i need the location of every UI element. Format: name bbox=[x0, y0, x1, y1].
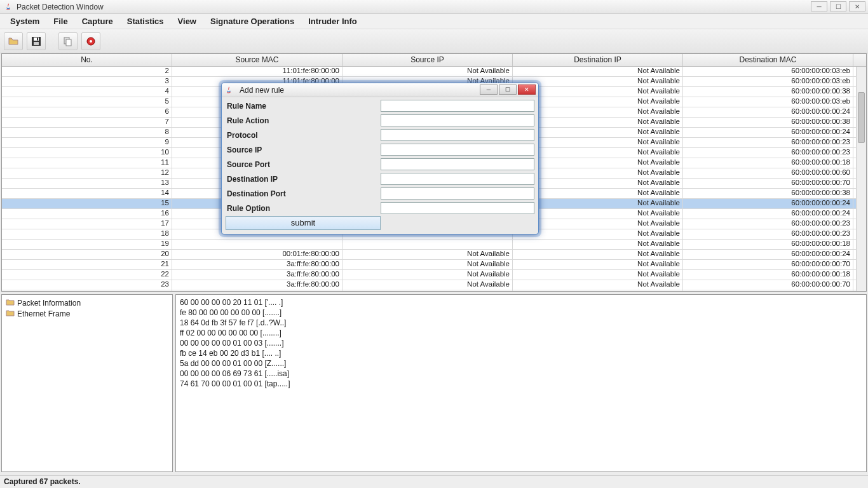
svg-rect-3 bbox=[37, 37, 38, 40]
form-row: Rule Option bbox=[226, 201, 534, 215]
table-row[interactable]: 213a:ff:fe:80:00:00Not AvailableNot Avai… bbox=[2, 260, 866, 270]
menu-intruder-info[interactable]: Intruder Info bbox=[302, 15, 363, 28]
cell: 60:00:00:00:00:23 bbox=[683, 229, 853, 239]
save-button[interactable] bbox=[27, 32, 46, 50]
close-button[interactable]: ✕ bbox=[849, 1, 865, 11]
col-no[interactable]: No. bbox=[2, 54, 172, 66]
cell: Not Available bbox=[342, 290, 513, 291]
hex-pane[interactable]: 60 00 00 00 00 20 11 01 ['.... .] fe 80 … bbox=[175, 294, 867, 472]
table-row[interactable]: 233a:ff:fe:80:00:00Not AvailableNot Avai… bbox=[2, 280, 866, 290]
cell: 60:00:00:00:00:18 bbox=[683, 270, 853, 280]
cell: Not Available bbox=[342, 260, 513, 269]
table-row[interactable]: 19Not Available60:00:00:00:00:18 bbox=[2, 240, 866, 250]
menu-statistics[interactable]: Statistics bbox=[121, 15, 170, 28]
cell: 60:00:00:00:03:eb bbox=[683, 67, 853, 76]
folder-open-icon bbox=[8, 36, 19, 47]
maximize-button[interactable]: ☐ bbox=[830, 1, 846, 11]
input-rule-action[interactable] bbox=[381, 114, 534, 126]
col-source-mac[interactable]: Source MAC bbox=[172, 54, 342, 66]
cell: 19 bbox=[2, 240, 172, 249]
cell: 60:00:00:00:00:38 bbox=[683, 118, 853, 127]
cell: 3a:ff:fe:80:00:00 bbox=[172, 270, 342, 280]
cell: Not Available bbox=[342, 280, 513, 290]
form-row: Destination Port bbox=[226, 186, 534, 201]
menu-capture[interactable]: Capture bbox=[76, 15, 119, 28]
dialog-close-button[interactable]: ✕ bbox=[518, 85, 536, 95]
dialog-title-bar[interactable]: Add new rule ─ ☐ ✕ bbox=[222, 83, 538, 97]
copy-button[interactable] bbox=[58, 32, 78, 50]
dialog-title: Add new rule bbox=[240, 86, 284, 95]
cell: 60:00:00:00:00:20 bbox=[683, 290, 853, 291]
input-destination-ip[interactable] bbox=[381, 173, 534, 185]
cell: 11:01:fe:80:00:00 bbox=[172, 290, 342, 291]
cell: 2 bbox=[2, 67, 172, 76]
menu-signature-operations[interactable]: Signature Operations bbox=[204, 15, 301, 28]
form-row: Protocol bbox=[226, 128, 534, 142]
minimize-button[interactable]: ─ bbox=[811, 1, 827, 11]
menu-system[interactable]: System bbox=[4, 15, 46, 28]
cell: 11 bbox=[2, 158, 172, 168]
cell: 10 bbox=[2, 148, 172, 158]
table-row[interactable]: 2000:01:fe:80:00:00Not AvailableNot Avai… bbox=[2, 250, 866, 260]
menu-view[interactable]: View bbox=[172, 15, 203, 28]
svg-rect-2 bbox=[34, 42, 39, 45]
tree-item[interactable]: Ethernet Frame bbox=[4, 308, 170, 319]
input-source-ip[interactable] bbox=[381, 144, 534, 156]
cell bbox=[342, 240, 513, 249]
table-row[interactable]: 223a:ff:fe:80:00:00Not AvailableNot Avai… bbox=[2, 270, 866, 280]
col-destination-mac[interactable]: Destination MAC bbox=[683, 54, 853, 66]
submit-button[interactable]: submit bbox=[226, 216, 381, 230]
cell: 60:00:00:00:00:23 bbox=[683, 148, 853, 158]
cell: 60:00:00:00:00:24 bbox=[683, 209, 853, 219]
cell: 60:00:00:00:00:70 bbox=[683, 280, 853, 290]
window-title-bar: Packet Detection Window ─ ☐ ✕ bbox=[0, 0, 868, 14]
input-protocol[interactable] bbox=[381, 129, 534, 141]
tree-pane[interactable]: Packet InformationEthernet Frame bbox=[1, 294, 173, 472]
record-button[interactable] bbox=[81, 32, 100, 50]
tree-item[interactable]: Packet Information bbox=[4, 297, 170, 308]
table-row[interactable]: 211:01:fe:80:00:00Not AvailableNot Avail… bbox=[2, 67, 866, 77]
input-rule-option[interactable] bbox=[381, 202, 534, 214]
cell: 11:01:fe:80:00:00 bbox=[172, 67, 342, 76]
cell: 16 bbox=[2, 209, 172, 219]
input-destination-port[interactable] bbox=[381, 187, 534, 200]
cell: 60:00:00:00:00:24 bbox=[683, 128, 853, 137]
form-row: Destination IP bbox=[226, 172, 534, 186]
dialog-maximize-button[interactable]: ☐ bbox=[499, 85, 517, 95]
cell: 60:00:00:00:00:70 bbox=[683, 179, 853, 188]
cell: Not Available bbox=[513, 260, 683, 269]
col-source-ip[interactable]: Source IP bbox=[342, 54, 513, 66]
input-source-port[interactable] bbox=[381, 158, 534, 170]
cell: 00:01:fe:80:00:00 bbox=[172, 250, 342, 259]
status-text: Captured 67 packets. bbox=[4, 477, 81, 486]
cell: 60:00:00:00:03:eb bbox=[683, 97, 853, 107]
cell: 60:00:00:00:00:18 bbox=[683, 240, 853, 249]
form-row: Source Port bbox=[226, 157, 534, 172]
input-rule-name[interactable] bbox=[381, 100, 534, 112]
cell: 4 bbox=[2, 87, 172, 97]
cell: 12 bbox=[2, 168, 172, 178]
table-row[interactable]: 2411:01:fe:80:00:00Not AvailableNot Avai… bbox=[2, 290, 866, 291]
cell: Not Available bbox=[342, 67, 513, 76]
cell: 20 bbox=[2, 250, 172, 259]
cell: Not Available bbox=[513, 250, 683, 259]
toolbar bbox=[0, 29, 868, 53]
cell: 60:00:00:00:03:eb bbox=[683, 77, 853, 86]
dialog-minimize-button[interactable]: ─ bbox=[480, 85, 498, 95]
menu-bar: SystemFileCaptureStatisticsViewSignature… bbox=[0, 14, 868, 29]
svg-rect-5 bbox=[66, 39, 71, 46]
col-destination-ip[interactable]: Destination IP bbox=[513, 54, 683, 66]
java-icon bbox=[224, 86, 233, 95]
cell: 18 bbox=[2, 229, 172, 239]
menu-file[interactable]: File bbox=[47, 15, 74, 28]
folder-icon bbox=[6, 309, 15, 318]
cell: 13 bbox=[2, 179, 172, 188]
cell: 22 bbox=[2, 270, 172, 280]
cell: 60:00:00:00:00:23 bbox=[683, 219, 853, 229]
form-label-protocol: Protocol bbox=[226, 131, 381, 140]
java-icon bbox=[4, 3, 13, 11]
open-button[interactable] bbox=[4, 32, 23, 50]
table-scrollbar[interactable] bbox=[856, 67, 866, 291]
tree-label: Packet Information bbox=[17, 299, 81, 308]
window-title: Packet Detection Window bbox=[17, 3, 104, 11]
